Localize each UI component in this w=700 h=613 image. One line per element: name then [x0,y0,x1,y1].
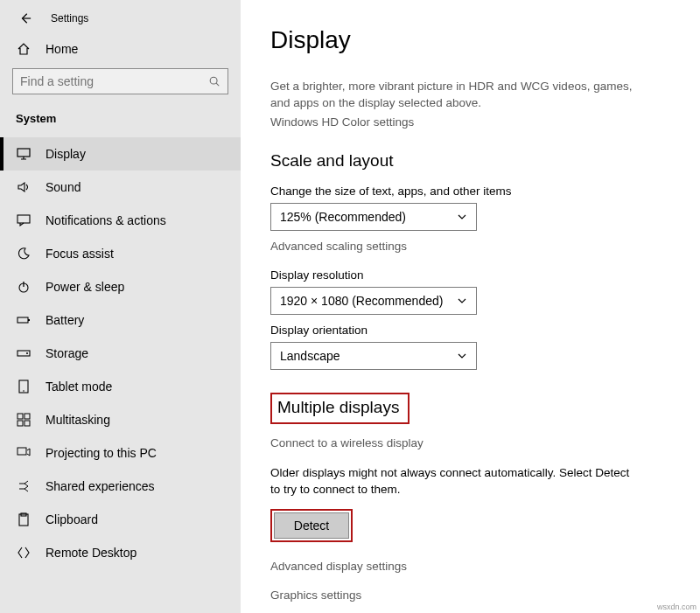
sidebar-item-label: Battery [46,313,84,327]
sidebar-item-clipboard[interactable]: Clipboard [0,503,241,536]
sidebar-item-display[interactable]: Display [0,137,241,171]
home-icon [16,42,32,56]
detect-highlight: Detect [270,509,353,542]
sidebar-item-power[interactable]: Power & sleep [0,270,241,303]
tablet-icon [16,380,32,394]
chevron-down-icon [457,296,467,306]
advanced-scaling-link[interactable]: Advanced scaling settings [270,240,670,253]
advanced-display-link[interactable]: Advanced display settings [270,560,670,573]
sound-icon [16,180,32,194]
sidebar-item-label: Shared experiences [46,479,155,493]
sidebar-item-label: Storage [46,346,88,360]
search-icon [208,75,220,87]
battery-icon [16,313,32,327]
svg-rect-11 [24,414,30,419]
hd-color-settings-link[interactable]: Windows HD Color settings [270,115,670,129]
back-button[interactable] [19,12,32,24]
sidebar-item-label: Sound [46,180,80,194]
sidebar: Settings Home System Display Sound Notif… [0,0,241,613]
sidebar-item-label: Display [46,147,86,161]
page-title: Display [270,26,670,54]
window-title: Settings [51,12,88,24]
share-icon [16,479,32,493]
sidebar-item-label: Projecting to this PC [46,446,157,460]
watermark: wsxdn.com [657,603,696,611]
chat-icon [16,213,32,227]
svg-point-9 [23,390,24,392]
svg-rect-13 [24,421,30,426]
resolution-select[interactable]: 1920 × 1080 (Recommended) [270,287,477,315]
search-input[interactable] [12,68,228,94]
power-icon [16,280,32,294]
scale-value: 125% (Recommended) [280,210,457,224]
category-heading: System [0,101,241,130]
detect-note: Older displays might not always connect … [270,465,638,498]
svg-rect-12 [18,421,23,426]
svg-rect-4 [18,317,28,323]
svg-rect-14 [18,448,26,455]
sidebar-item-remote[interactable]: Remote Desktop [0,536,241,569]
orientation-select[interactable]: Landscape [270,342,477,370]
project-icon [16,446,32,460]
svg-point-7 [26,352,28,354]
hdr-description-line1: Get a brighter, more vibrant picture in … [270,79,670,95]
sidebar-item-sound[interactable]: Sound [0,171,241,204]
moon-icon [16,247,32,261]
sidebar-item-label: Power & sleep [46,280,124,294]
wireless-display-link[interactable]: Connect to a wireless display [270,436,670,449]
sidebar-item-label: Clipboard [46,512,98,526]
sidebar-item-label: Multitasking [46,413,110,427]
sidebar-item-storage[interactable]: Storage [0,337,241,370]
home-label: Home [46,42,78,56]
orientation-value: Landscape [280,349,457,363]
sidebar-item-label: Remote Desktop [46,546,136,560]
clipboard-icon [16,512,32,526]
arrow-left-icon [19,12,32,24]
sidebar-item-shared[interactable]: Shared experiences [0,470,241,503]
sidebar-item-notifications[interactable]: Notifications & actions [0,204,241,237]
detect-button[interactable]: Detect [274,512,349,539]
multitask-icon [16,413,32,427]
scale-layout-heading: Scale and layout [270,151,670,171]
sidebar-item-label: Notifications & actions [46,213,166,227]
sidebar-item-label: Focus assist [46,247,114,261]
sidebar-item-battery[interactable]: Battery [0,303,241,337]
svg-point-0 [210,77,217,84]
scale-select[interactable]: 125% (Recommended) [270,203,477,231]
chevron-down-icon [457,212,467,222]
sidebar-item-tablet[interactable]: Tablet mode [0,370,241,403]
sidebar-item-multitasking[interactable]: Multitasking [0,403,241,436]
sidebar-item-projecting[interactable]: Projecting to this PC [0,436,241,470]
graphics-settings-link[interactable]: Graphics settings [270,589,670,602]
orientation-label: Display orientation [270,324,670,337]
sidebar-header: Settings [0,0,241,33]
hdr-description-line2: and apps on the display selected above. [270,95,670,112]
resolution-value: 1920 × 1080 (Recommended) [280,294,457,308]
sidebar-item-label: Tablet mode [46,380,112,394]
search-container [0,65,241,101]
home-nav[interactable]: Home [0,33,241,65]
svg-rect-1 [18,149,30,157]
main-content: Display Get a brighter, more vibrant pic… [241,0,700,613]
svg-rect-10 [18,414,23,419]
resolution-label: Display resolution [270,268,670,282]
multiple-displays-heading: Multiple displays [270,393,410,424]
storage-icon [16,346,32,360]
sidebar-item-focus-assist[interactable]: Focus assist [0,237,241,270]
sidebar-items: Display Sound Notifications & actions Fo… [0,137,241,569]
search-field[interactable] [20,74,208,88]
remote-icon [16,546,32,560]
scale-label: Change the size of text, apps, and other… [270,185,670,198]
monitor-icon [16,147,32,161]
svg-rect-2 [18,215,30,223]
chevron-down-icon [457,351,467,361]
svg-rect-5 [28,319,30,321]
